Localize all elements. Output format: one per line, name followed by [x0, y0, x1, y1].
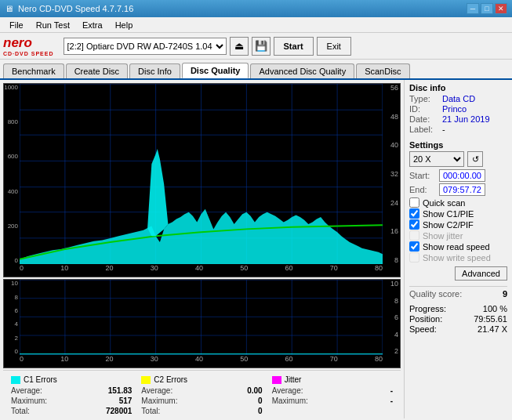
maximize-button[interactable]: □ — [481, 3, 493, 14]
show-c2-checkbox[interactable] — [409, 219, 419, 230]
start-button[interactable]: Start — [274, 37, 314, 56]
toolbar: nero CD·DVD SPEED [2:2] Optiarc DVD RW A… — [0, 33, 512, 60]
position-value: 79:55.61 — [474, 314, 507, 324]
position-label: Position: — [409, 314, 442, 324]
app-title: Nero CD-DVD Speed 4.7.7.16 — [18, 4, 133, 13]
jitter-avg-label: Average: — [272, 386, 303, 395]
c2-avg-value: 0.00 — [247, 386, 262, 395]
c1-max-value: 517 — [119, 396, 133, 405]
show-jitter-checkbox[interactable] — [409, 230, 419, 241]
menu-run-test[interactable]: Run Test — [30, 19, 76, 31]
end-value: 079:57.72 — [439, 183, 485, 196]
c2-total-label: Total: — [141, 407, 160, 415]
eject-button[interactable]: ⏏ — [230, 37, 249, 56]
end-time-row: End: 079:57.72 — [409, 183, 507, 196]
quality-score-value: 9 — [503, 289, 507, 299]
c1-label: C1 Errors — [24, 375, 57, 384]
legend-area: C1 Errors Average: 151.83 Maximum: 517 T… — [3, 370, 401, 415]
c2-max-row: Maximum: 0 — [141, 396, 262, 406]
c1-avg-value: 151.83 — [108, 386, 133, 395]
quick-scan-checkbox[interactable] — [409, 197, 419, 208]
show-jitter-label: Show jitter — [423, 231, 463, 241]
show-read-speed-label: Show read speed — [423, 242, 490, 252]
jitter-color-swatch — [272, 376, 281, 384]
c1-avg-label: Average: — [11, 386, 42, 395]
settings-title: Settings — [409, 140, 507, 150]
main-content: 56 48 40 32 24 16 8 01020304050607080 10… — [0, 80, 512, 418]
c2-legend-title: C2 Errors — [141, 375, 262, 384]
progress-value: 100 % — [483, 304, 507, 313]
start-label: Start: — [409, 171, 439, 180]
jitter-avg-row: Average: - — [272, 386, 393, 396]
refresh-button[interactable]: ↺ — [467, 151, 483, 167]
jitter-legend: Jitter Average: - Maximum: - — [267, 374, 398, 412]
save-button[interactable]: 💾 — [252, 37, 271, 56]
progress-row: Progress: 100 % — [409, 304, 507, 313]
disc-type-row: Type: Data CD — [409, 94, 507, 103]
tab-scan-disc[interactable]: ScanDisc — [356, 63, 409, 78]
bottom-x-axis: 01020304050607080 — [20, 355, 383, 368]
disc-date-label: Date: — [409, 114, 439, 124]
logo-area: nero CD·DVD SPEED — [3, 35, 54, 56]
c2-max-value: 0 — [258, 396, 263, 405]
show-read-speed-checkbox[interactable] — [409, 241, 419, 252]
y-label-40: 40 — [390, 141, 398, 149]
show-c2-row: Show C2/PIF — [409, 219, 507, 230]
top-y-axis: 56 48 40 32 24 16 8 — [390, 84, 398, 264]
disc-id-label: ID: — [409, 104, 439, 114]
bottom-chart: 10 8 6 4 2 01020304050607080 10 8 6 4 2 … — [3, 279, 401, 368]
speed-row: 20 X Max 4 X 8 X 16 X 32 X 40 X 48 X 52 … — [409, 151, 507, 167]
logo: nero CD·DVD SPEED — [3, 35, 54, 56]
close-button[interactable]: ✕ — [495, 3, 507, 14]
c2-total-row: Total: 0 — [141, 406, 262, 416]
disc-label-label: Label: — [409, 125, 439, 134]
show-jitter-row: Show jitter — [409, 230, 507, 241]
bottom-chart-svg — [20, 280, 383, 355]
tab-benchmark[interactable]: Benchmark — [3, 63, 64, 78]
minimize-button[interactable]: ─ — [467, 3, 479, 14]
jitter-max-value: - — [390, 396, 393, 405]
menu-extra[interactable]: Extra — [76, 19, 109, 31]
bottom-y-axis: 10 8 6 4 2 — [390, 280, 398, 355]
tab-advanced-disc-quality[interactable]: Advanced Disc Quality — [250, 63, 354, 78]
disc-type-label: Type: — [409, 94, 439, 103]
y-label-24: 24 — [390, 199, 398, 207]
y-label-8: 8 — [390, 256, 398, 264]
speed-select[interactable]: 20 X Max 4 X 8 X 16 X 32 X 40 X 48 X 52 … — [409, 151, 464, 167]
top-chart-svg — [20, 84, 383, 264]
logo-text: nero — [3, 35, 32, 50]
exit-button[interactable]: Exit — [317, 37, 351, 56]
quality-score-label: Quality score: — [409, 289, 462, 299]
jitter-max-row: Maximum: - — [272, 396, 393, 406]
y-label-56: 56 — [390, 84, 398, 92]
menu-file[interactable]: File — [3, 19, 30, 31]
tab-disc-info[interactable]: Disc Info — [129, 63, 180, 78]
tab-create-disc[interactable]: Create Disc — [66, 63, 128, 78]
y-label-48: 48 — [390, 113, 398, 121]
show-write-speed-row: Show write speed — [409, 252, 507, 262]
settings-section: Settings 20 X Max 4 X 8 X 16 X 32 X 40 X… — [409, 140, 507, 281]
show-write-speed-label: Show write speed — [423, 253, 491, 262]
jitter-avg-value: - — [390, 386, 393, 395]
start-value: 000:00.00 — [439, 169, 485, 182]
quick-scan-label: Quick scan — [423, 198, 465, 208]
menu-help[interactable]: Help — [109, 19, 140, 31]
quality-score-row: Quality score: 9 — [409, 289, 507, 299]
drive-select[interactable]: [2:2] Optiarc DVD RW AD-7240S 1.04 — [64, 38, 227, 55]
c1-legend-title: C1 Errors — [11, 375, 132, 384]
show-c1-checkbox[interactable] — [409, 208, 419, 219]
c1-color-swatch — [11, 376, 20, 384]
show-write-speed-checkbox[interactable] — [409, 252, 419, 262]
menu-bar: File Run Test Extra Help — [0, 17, 512, 33]
svg-marker-18 — [147, 149, 168, 236]
tab-disc-quality[interactable]: Disc Quality — [182, 63, 249, 78]
end-label: End: — [409, 185, 439, 194]
disc-label-value: - — [442, 125, 445, 134]
logo-sub: CD·DVD SPEED — [3, 51, 54, 56]
speed-prog-label: Speed: — [409, 324, 437, 334]
jitter-label: Jitter — [285, 375, 302, 384]
advanced-button[interactable]: Advanced — [455, 266, 507, 281]
disc-type-value: Data CD — [442, 94, 475, 103]
top-y-left-axis: 1000 800 600 400 200 0 — [4, 84, 20, 264]
disc-label-row: Label: - — [409, 125, 507, 134]
